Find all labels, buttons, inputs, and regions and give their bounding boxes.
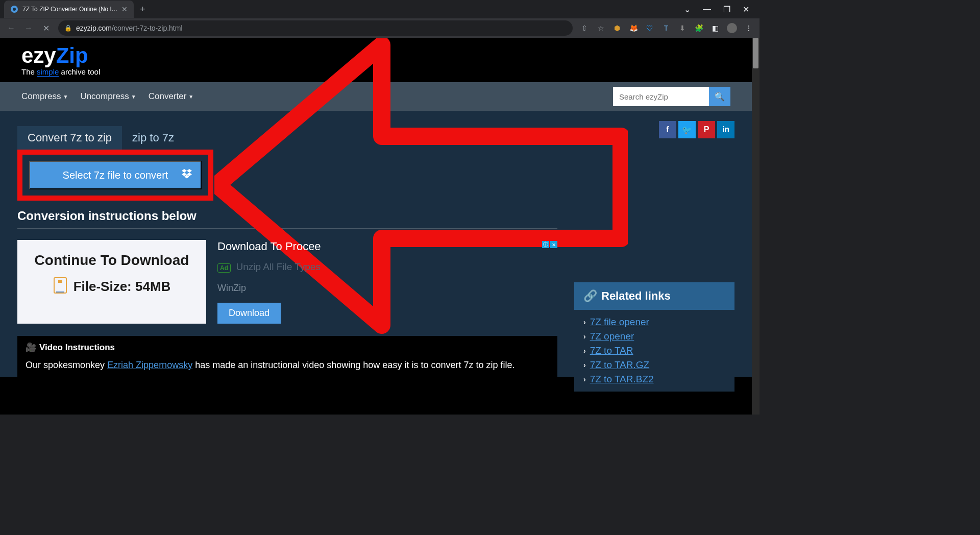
related-link[interactable]: 7Z to TAR.BZ2 [590,374,654,385]
tagline: The simple archive tool [21,67,730,76]
related-item: › 7Z file opener [574,315,734,329]
minimize-icon[interactable]: — [703,5,711,14]
adchoices-info-icon: ⓘ [542,241,549,248]
logo[interactable]: ezyZip The simple archive tool [21,45,730,76]
related-link[interactable]: 7Z opener [590,331,634,342]
forward-icon[interactable]: → [23,23,34,33]
ad-row: ⓘ ✕ Continue To Download File-Size: 54MB… [17,240,557,324]
tab-convert-7z-to-zip[interactable]: Convert 7z to zip [17,126,122,150]
related-item: › 7Z to TAR.BZ2 [574,372,734,386]
search-form: 🔍 [613,87,730,106]
profile-avatar[interactable] [727,23,737,33]
share-icon[interactable]: ⇧ [580,23,589,33]
back-icon[interactable]: ← [6,23,16,33]
pinterest-icon[interactable]: P [698,121,715,138]
extension-download-icon[interactable]: ⬇ [678,23,687,33]
page-content: ezyZip The simple archive tool Compress▼… [0,38,760,415]
social-row: f 🐦 P in [574,121,734,138]
dropbox-icon[interactable] [181,169,192,182]
nav-bar: ← → ✕ 🔒 ezyzip.com/convert-7z-to-zip.htm… [0,18,760,38]
file-zip-icon [53,277,67,296]
caret-down-icon: ▼ [188,94,193,100]
main-area: Convert 7z to zip zip to 7z Select 7z fi… [0,111,752,377]
ad-subtitle-row: Ad Unzip All File Types [217,261,321,273]
chevron-down-icon[interactable]: ⌄ [684,5,691,14]
caret-down-icon: ▼ [63,94,68,100]
site-header: ezyZip The simple archive tool [0,38,752,82]
menu-uncompress[interactable]: Uncompress▼ [80,91,136,102]
close-icon[interactable]: ✕ [743,5,749,14]
nav-right: ⇧ ☆ ⬢ 🦊 🛡 T ⬇ 🧩 ◧ ⋮ [580,23,753,33]
ad-right-box: Download To Procee Ad Unzip All File Typ… [217,240,321,324]
lock-icon: 🔒 [64,25,72,32]
video-camera-icon: 🎥 [26,342,36,353]
scrollbar[interactable] [752,38,760,415]
video-instructions-title: 🎥 Video Instructions [26,342,549,353]
menu-icon[interactable]: ⋮ [744,23,753,33]
browser-chrome: 7Z To ZIP Converter Online (No l… ✕ + ⌄ … [0,0,760,38]
related-link[interactable]: 7Z to TAR.GZ [590,359,650,371]
caret-down-icon: ▼ [131,94,136,100]
instructions-heading: Conversion instructions below [17,209,557,229]
extension-cube-icon[interactable]: ⬢ [612,23,622,33]
extension-t-icon[interactable]: T [662,23,671,33]
chevron-right-icon: › [583,318,586,326]
sidepanel-icon[interactable]: ◧ [710,23,720,33]
related-links-box: 🔗 Related links › 7Z file opener › 7Z op… [574,282,734,392]
page-viewport: ezyZip The simple archive tool Compress▼… [0,38,760,415]
extensions-icon[interactable]: 🧩 [694,23,703,33]
extension-shield-icon[interactable]: 🛡 [645,23,654,33]
menu-converter[interactable]: Converter▼ [149,91,194,102]
maximize-icon[interactable]: ❐ [723,5,730,14]
adchoices[interactable]: ⓘ ✕ [542,241,557,248]
new-tab-button[interactable]: + [134,4,152,15]
svg-point-1 [13,8,16,11]
tab-bar: 7Z To ZIP Converter Online (No l… ✕ + ⌄ … [0,0,760,18]
select-file-label: Select 7z file to convert [63,169,168,181]
link-icon: 🔗 [583,289,597,303]
chevron-right-icon: › [583,347,586,355]
extension-fox-icon[interactable]: 🦊 [629,23,638,33]
related-links-header: 🔗 Related links [574,282,734,310]
ad-left-box[interactable]: Continue To Download File-Size: 54MB [17,240,206,324]
ad-badge: Ad [217,263,231,273]
sidebar: f 🐦 P in 🔗 Related links › 7Z file opene… [574,111,734,392]
tab-zip-to-7z[interactable]: zip to 7z [122,126,184,150]
twitter-icon[interactable]: 🐦 [678,121,696,138]
chevron-right-icon: › [583,332,586,341]
ad-unzip-text: Unzip All File Types [236,261,320,272]
tab-title: 7Z To ZIP Converter Online (No l… [22,6,117,13]
facebook-icon[interactable]: f [659,121,676,138]
menu-bar: Compress▼ Uncompress▼ Converter▼ 🔍 [0,82,752,111]
logo-ezy: ezy [21,43,56,67]
related-link[interactable]: 7Z file opener [590,317,649,328]
linkedin-icon[interactable]: in [717,121,734,138]
search-icon: 🔍 [715,92,725,102]
search-button[interactable]: 🔍 [709,87,730,106]
select-file-highlight: Select 7z file to convert [17,150,213,201]
chevron-right-icon: › [583,375,586,383]
menu-compress[interactable]: Compress▼ [21,91,68,102]
search-input[interactable] [613,87,709,106]
video-instructions-text: Our spokesmonkey Ezriah Zippernowsky has… [26,360,549,371]
browser-tab[interactable]: 7Z To ZIP Converter Online (No l… ✕ [4,1,134,18]
url-bar[interactable]: 🔒 ezyzip.com/convert-7z-to-zip.html [58,20,573,36]
tab-close-icon[interactable]: ✕ [121,5,128,13]
adchoices-close-icon: ✕ [550,241,557,248]
svg-rect-3 [58,280,62,283]
video-instructions-section: 🎥 Video Instructions Our spokesmonkey Ez… [17,336,557,377]
ad-heading: Download To Procee [217,240,321,253]
logo-zip: Zip [56,43,88,67]
stop-icon[interactable]: ✕ [41,23,51,33]
window-controls: ⌄ — ❐ ✕ [674,5,760,14]
related-link[interactable]: 7Z to TAR [590,345,633,356]
related-item: › 7Z opener [574,329,734,344]
spokesmonkey-link[interactable]: Ezriah Zippernowsky [107,360,192,370]
ad-download-button[interactable]: Download [217,303,281,324]
star-icon[interactable]: ☆ [596,23,605,33]
url-text: ezyzip.com/convert-7z-to-zip.html [76,24,183,32]
scrollbar-thumb[interactable] [753,38,758,68]
select-file-button[interactable]: Select 7z file to convert [29,161,202,189]
chevron-right-icon: › [583,361,586,369]
related-item: › 7Z to TAR.GZ [574,358,734,372]
